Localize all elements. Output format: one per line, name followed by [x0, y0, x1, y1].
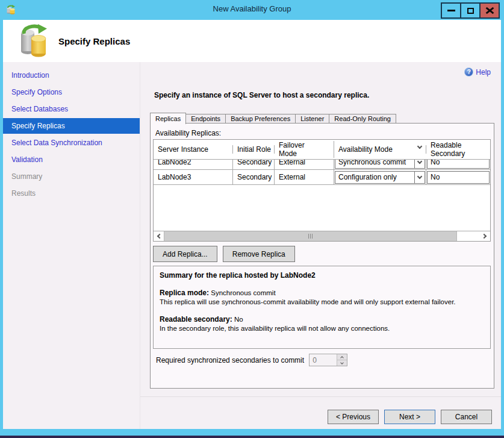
- wizard-steps-sidebar: Introduction Specify Options Select Data…: [3, 62, 140, 429]
- footer-divider: [140, 396, 501, 397]
- maximize-icon: [467, 8, 474, 14]
- grid-header-row: Server Instance Initial Role Failover Mo…: [154, 140, 490, 160]
- replicas-tab-panel: Availability Replicas: Server Instance I…: [150, 123, 494, 389]
- previous-button[interactable]: < Previous: [328, 410, 379, 424]
- tab-endpoints[interactable]: Endpoints: [186, 114, 226, 124]
- tab-listener[interactable]: Listener: [296, 114, 329, 124]
- database-sync-icon: [19, 24, 48, 58]
- chevron-down-icon: [414, 172, 425, 183]
- readable-secondary-dropdown[interactable]: No: [427, 171, 490, 184]
- titlebar: New Availability Group: [0, 0, 504, 20]
- spinner-value: 0: [310, 354, 337, 366]
- wizard-header: Specify Replicas: [3, 20, 501, 62]
- col-header-failover-mode: Failover Mode: [279, 141, 316, 158]
- page-title: Specify Replicas: [58, 36, 130, 46]
- new-availability-group-dialog: New Availability Group: [0, 0, 504, 438]
- replica-mode-value: Synchronous commit: [211, 289, 275, 296]
- add-replica-button[interactable]: Add Replica...: [153, 246, 217, 262]
- scrollbar-thumb[interactable]: [164, 231, 457, 241]
- replica-mode-label: Replica mode:: [160, 289, 209, 297]
- required-secondaries-spinner[interactable]: 0: [309, 354, 347, 366]
- chevron-left-icon: [157, 234, 162, 239]
- chevron-up-icon: [340, 356, 344, 360]
- readable-secondary-label: Readable secondary:: [160, 315, 232, 324]
- sidebar-item-specify-options[interactable]: Specify Options: [3, 84, 140, 100]
- minimize-button[interactable]: [441, 2, 461, 19]
- close-button[interactable]: [479, 2, 500, 19]
- chevron-right-icon: [482, 234, 487, 239]
- sidebar-item-results: Results: [3, 186, 140, 201]
- wizard-content: ? Help Specify an instance of SQL Server…: [140, 62, 501, 429]
- help-link[interactable]: ? Help: [464, 67, 491, 77]
- sidebar-item-specify-replicas[interactable]: Specify Replicas: [3, 118, 140, 134]
- replica-summary-box: Summary for the replica hosted by LabNod…: [153, 266, 491, 349]
- readable-secondary-value: No: [234, 316, 243, 323]
- next-button[interactable]: Next >: [384, 410, 435, 424]
- chevron-down-icon: [340, 361, 344, 364]
- col-header-initial-role: Initial Role: [237, 145, 271, 154]
- summary-title: Summary for the replica hosted by LabNod…: [160, 271, 484, 280]
- cell-server-instance: LabNode3: [154, 170, 233, 184]
- col-header-server-instance: Server Instance: [154, 145, 233, 154]
- horizontal-scrollbar: [154, 231, 490, 241]
- sidebar-item-summary: Summary: [3, 169, 140, 184]
- sidebar-item-select-data-synchronization[interactable]: Select Data Synchronization: [3, 135, 140, 151]
- col-header-readable-secondary: Readable Secondary: [426, 141, 490, 158]
- col-header-availability-mode: Availability Mode: [334, 145, 426, 154]
- replica-row-labnode3[interactable]: LabNode3 Secondary External Configuratio…: [154, 170, 490, 185]
- readable-secondary-description: In the secondary role, this availability…: [160, 324, 484, 333]
- help-label: Help: [476, 68, 491, 77]
- availability-replicas-grid: Server Instance Initial Role Failover Mo…: [153, 139, 491, 242]
- maximize-button[interactable]: [460, 2, 481, 19]
- scrollbar-track[interactable]: [457, 231, 480, 241]
- window-bottom-edge: [0, 436, 504, 438]
- sidebar-item-introduction[interactable]: Introduction: [3, 67, 140, 83]
- spinner-down-button[interactable]: [337, 360, 347, 366]
- required-secondaries-label: Required synchronized secondaries to com…: [156, 356, 304, 364]
- sidebar-item-select-databases[interactable]: Select Databases: [3, 101, 140, 117]
- tab-replicas[interactable]: Replicas: [150, 113, 186, 124]
- availability-mode-dropdown[interactable]: Configuration only: [335, 171, 425, 184]
- sidebar-item-validation[interactable]: Validation: [3, 152, 140, 167]
- cancel-button[interactable]: Cancel: [441, 410, 492, 424]
- close-icon: [486, 7, 494, 14]
- spinner-up-button[interactable]: [337, 354, 347, 360]
- minimize-icon: [447, 10, 455, 11]
- window-title: New Availability Group: [0, 4, 504, 13]
- scroll-right-button[interactable]: [480, 231, 490, 241]
- scroll-left-button[interactable]: [154, 231, 164, 241]
- replica-mode-description: This replica will use synchronous-commit…: [160, 298, 484, 307]
- tab-read-only-routing[interactable]: Read-Only Routing: [329, 114, 396, 124]
- cell-initial-role: Secondary: [233, 170, 275, 184]
- remove-replica-button[interactable]: Remove Replica: [223, 246, 295, 262]
- tabstrip: Replicas Endpoints Backup Preferences Li…: [150, 112, 396, 124]
- availability-replicas-label: Availability Replicas:: [155, 129, 221, 137]
- help-icon: ?: [464, 67, 473, 77]
- cell-failover-mode: External: [275, 170, 334, 184]
- instruction-text: Specify an instance of SQL Server to hos…: [154, 91, 369, 99]
- tab-backup-preferences[interactable]: Backup Preferences: [226, 114, 296, 124]
